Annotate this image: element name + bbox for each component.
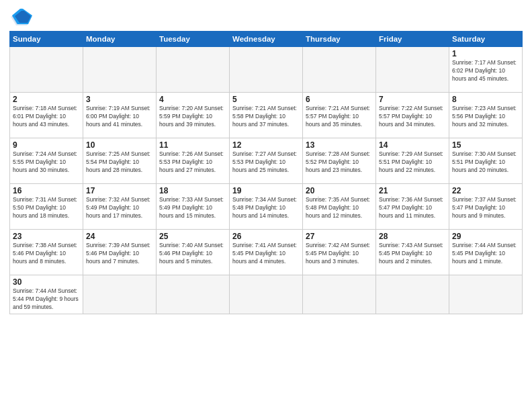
day-info: Sunrise: 7:40 AM Sunset: 5:46 PM Dayligh…	[159, 242, 226, 266]
calendar-cell: 28Sunrise: 7:43 AM Sunset: 5:45 PM Dayli…	[376, 230, 449, 275]
calendar-cell	[157, 47, 230, 93]
day-info: Sunrise: 7:43 AM Sunset: 5:45 PM Dayligh…	[379, 242, 446, 266]
calendar-cell	[230, 47, 303, 93]
day-info: Sunrise: 7:39 AM Sunset: 5:46 PM Dayligh…	[86, 242, 153, 266]
day-number: 17	[86, 186, 153, 195]
page: SundayMondayTuesdayWednesdayThursdayFrid…	[0, 0, 532, 411]
calendar-cell: 20Sunrise: 7:35 AM Sunset: 5:48 PM Dayli…	[303, 184, 376, 230]
day-number: 24	[86, 232, 153, 241]
day-number: 4	[159, 95, 226, 104]
day-info: Sunrise: 7:44 AM Sunset: 5:45 PM Dayligh…	[452, 242, 519, 266]
day-number: 19	[232, 186, 300, 195]
calendar-cell: 4Sunrise: 7:20 AM Sunset: 5:59 PM Daylig…	[157, 93, 230, 138]
day-number: 15	[452, 140, 519, 150]
day-info: Sunrise: 7:21 AM Sunset: 5:58 PM Dayligh…	[232, 105, 300, 129]
calendar-cell: 17Sunrise: 7:32 AM Sunset: 5:49 PM Dayli…	[83, 184, 157, 230]
day-info: Sunrise: 7:35 AM Sunset: 5:48 PM Dayligh…	[306, 196, 373, 220]
day-info: Sunrise: 7:22 AM Sunset: 5:57 PM Dayligh…	[379, 105, 446, 129]
calendar-cell	[157, 275, 230, 314]
day-info: Sunrise: 7:18 AM Sunset: 6:01 PM Dayligh…	[13, 105, 80, 129]
day-number: 6	[306, 95, 373, 104]
day-number: 30	[13, 277, 80, 287]
calendar-cell: 3Sunrise: 7:19 AM Sunset: 6:00 PM Daylig…	[83, 93, 157, 138]
day-info: Sunrise: 7:20 AM Sunset: 5:59 PM Dayligh…	[159, 105, 226, 129]
day-number: 21	[379, 186, 446, 195]
day-info: Sunrise: 7:24 AM Sunset: 5:55 PM Dayligh…	[13, 150, 80, 175]
calendar-week-row: 23Sunrise: 7:38 AM Sunset: 5:46 PM Dayli…	[10, 230, 523, 275]
calendar-cell: 26Sunrise: 7:41 AM Sunset: 5:45 PM Dayli…	[230, 230, 303, 275]
day-info: Sunrise: 7:26 AM Sunset: 5:53 PM Dayligh…	[159, 150, 226, 175]
logo	[9, 7, 36, 27]
calendar-cell	[376, 47, 449, 93]
day-number: 29	[452, 232, 519, 241]
day-info: Sunrise: 7:42 AM Sunset: 5:45 PM Dayligh…	[306, 242, 373, 266]
calendar-header-thursday: Thursday	[303, 32, 376, 47]
day-info: Sunrise: 7:29 AM Sunset: 5:51 PM Dayligh…	[379, 150, 446, 175]
calendar-cell: 22Sunrise: 7:37 AM Sunset: 5:47 PM Dayli…	[449, 184, 523, 230]
calendar-cell: 23Sunrise: 7:38 AM Sunset: 5:46 PM Dayli…	[10, 230, 83, 275]
day-number: 10	[86, 140, 153, 150]
calendar-header-monday: Monday	[83, 32, 157, 47]
day-info: Sunrise: 7:23 AM Sunset: 5:56 PM Dayligh…	[452, 105, 519, 129]
day-number: 23	[13, 232, 80, 241]
day-info: Sunrise: 7:31 AM Sunset: 5:50 PM Dayligh…	[13, 196, 80, 220]
calendar-cell: 15Sunrise: 7:30 AM Sunset: 5:51 PM Dayli…	[449, 138, 523, 184]
day-info: Sunrise: 7:37 AM Sunset: 5:47 PM Dayligh…	[452, 196, 519, 220]
day-info: Sunrise: 7:33 AM Sunset: 5:49 PM Dayligh…	[159, 196, 226, 220]
day-info: Sunrise: 7:41 AM Sunset: 5:45 PM Dayligh…	[232, 242, 300, 266]
calendar-cell: 25Sunrise: 7:40 AM Sunset: 5:46 PM Dayli…	[157, 230, 230, 275]
day-info: Sunrise: 7:30 AM Sunset: 5:51 PM Dayligh…	[452, 150, 519, 175]
day-number: 3	[86, 95, 153, 104]
day-number: 22	[452, 186, 519, 195]
calendar-cell	[83, 275, 157, 314]
calendar-cell	[83, 47, 157, 93]
day-info: Sunrise: 7:27 AM Sunset: 5:53 PM Dayligh…	[232, 150, 300, 175]
day-info: Sunrise: 7:28 AM Sunset: 5:52 PM Dayligh…	[306, 150, 373, 175]
calendar-cell: 12Sunrise: 7:27 AM Sunset: 5:53 PM Dayli…	[230, 138, 303, 184]
day-number: 8	[452, 95, 519, 104]
calendar-cell: 8Sunrise: 7:23 AM Sunset: 5:56 PM Daylig…	[449, 93, 523, 138]
calendar-cell: 1Sunrise: 7:17 AM Sunset: 6:02 PM Daylig…	[449, 47, 523, 93]
calendar-cell: 6Sunrise: 7:21 AM Sunset: 5:57 PM Daylig…	[303, 93, 376, 138]
calendar-week-row: 16Sunrise: 7:31 AM Sunset: 5:50 PM Dayli…	[10, 184, 523, 230]
calendar-week-row: 1Sunrise: 7:17 AM Sunset: 6:02 PM Daylig…	[10, 47, 523, 93]
day-info: Sunrise: 7:44 AM Sunset: 5:44 PM Dayligh…	[13, 287, 80, 312]
day-info: Sunrise: 7:38 AM Sunset: 5:46 PM Dayligh…	[13, 242, 80, 266]
calendar-cell: 30Sunrise: 7:44 AM Sunset: 5:44 PM Dayli…	[10, 275, 83, 314]
day-number: 28	[379, 232, 446, 241]
calendar-cell	[10, 47, 83, 93]
day-number: 13	[306, 140, 373, 150]
day-info: Sunrise: 7:21 AM Sunset: 5:57 PM Dayligh…	[306, 105, 373, 129]
day-number: 7	[379, 95, 446, 104]
day-info: Sunrise: 7:25 AM Sunset: 5:54 PM Dayligh…	[86, 150, 153, 175]
day-number: 1	[452, 49, 519, 58]
day-info: Sunrise: 7:32 AM Sunset: 5:49 PM Dayligh…	[86, 196, 153, 220]
calendar-cell: 10Sunrise: 7:25 AM Sunset: 5:54 PM Dayli…	[83, 138, 157, 184]
day-number: 12	[232, 140, 300, 150]
day-number: 14	[379, 140, 446, 150]
calendar-cell: 16Sunrise: 7:31 AM Sunset: 5:50 PM Dayli…	[10, 184, 83, 230]
calendar-cell: 18Sunrise: 7:33 AM Sunset: 5:49 PM Dayli…	[157, 184, 230, 230]
calendar-cell: 2Sunrise: 7:18 AM Sunset: 6:01 PM Daylig…	[10, 93, 83, 138]
day-number: 20	[306, 186, 373, 195]
calendar-cell: 14Sunrise: 7:29 AM Sunset: 5:51 PM Dayli…	[376, 138, 449, 184]
calendar-cell: 29Sunrise: 7:44 AM Sunset: 5:45 PM Dayli…	[449, 230, 523, 275]
calendar-header-friday: Friday	[376, 32, 449, 47]
calendar-table: SundayMondayTuesdayWednesdayThursdayFrid…	[9, 31, 523, 314]
day-number: 16	[13, 186, 80, 195]
calendar-cell: 21Sunrise: 7:36 AM Sunset: 5:47 PM Dayli…	[376, 184, 449, 230]
calendar-cell	[230, 275, 303, 314]
day-number: 11	[159, 140, 226, 150]
calendar-cell	[449, 275, 523, 314]
calendar-cell: 27Sunrise: 7:42 AM Sunset: 5:45 PM Dayli…	[303, 230, 376, 275]
day-number: 2	[13, 95, 80, 104]
calendar-cell: 19Sunrise: 7:34 AM Sunset: 5:48 PM Dayli…	[230, 184, 303, 230]
calendar-week-row: 9Sunrise: 7:24 AM Sunset: 5:55 PM Daylig…	[10, 138, 523, 184]
calendar-cell: 11Sunrise: 7:26 AM Sunset: 5:53 PM Dayli…	[157, 138, 230, 184]
calendar-cell	[376, 275, 449, 314]
calendar-header-saturday: Saturday	[449, 32, 523, 47]
header	[9, 7, 523, 27]
day-number: 18	[159, 186, 226, 195]
calendar-cell: 13Sunrise: 7:28 AM Sunset: 5:52 PM Dayli…	[303, 138, 376, 184]
calendar-cell: 7Sunrise: 7:22 AM Sunset: 5:57 PM Daylig…	[376, 93, 449, 138]
